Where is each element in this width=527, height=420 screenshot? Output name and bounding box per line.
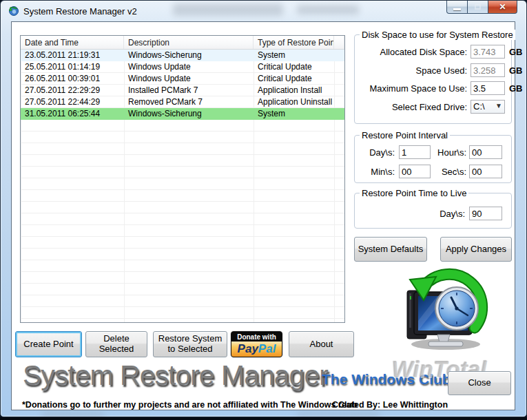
table-row[interactable]: 27.05.2011 22:44:29 Removed PCMark 7 App…	[21, 96, 344, 108]
interval-day-label: Day\s:	[359, 147, 395, 158]
max-space-input[interactable]	[471, 81, 505, 95]
cell-date: 31.05.2011 06:25:44	[21, 108, 124, 120]
app-icon	[8, 6, 19, 17]
delete-selected-button[interactable]: Delete Selected	[85, 331, 147, 357]
paypal-donate-label: Donate with	[231, 332, 282, 342]
table-row[interactable]: 26.05.2011 00:39:01 Windows Update Criti…	[21, 73, 344, 85]
column-header-description[interactable]: Description	[124, 36, 254, 49]
interval-hour-input[interactable]	[469, 145, 502, 159]
cell-type: Application Uninstall	[254, 96, 334, 108]
allocated-unit: GB	[509, 47, 523, 57]
group-interval-title: Restore Point Interval	[360, 130, 450, 140]
list-header: Date and Time Description Type of Restor…	[21, 36, 344, 50]
donations-footnote: *Donations go to further my projects and…	[22, 400, 358, 410]
interval-min-input[interactable]	[399, 165, 431, 178]
fixed-drive-select[interactable]: C:\ ▼	[471, 100, 505, 114]
maximize-icon	[475, 4, 481, 10]
cell-type: System	[254, 50, 334, 61]
created-by-credit: Created By: Lee Whittington	[332, 400, 448, 410]
create-point-button[interactable]: Create Point	[15, 331, 82, 357]
cell-description: Removed PCMark 7	[124, 96, 254, 108]
drive-label: Select Fixed Drive:	[355, 102, 467, 112]
titlebar[interactable]: System Restore Manager v2 ✕	[1, 1, 526, 21]
glass-reflection	[42, 412, 104, 417]
used-label: Space Used:	[355, 65, 467, 76]
cell-date: 23.05.2011 21:19:31	[21, 50, 124, 61]
app-title-banner: System Restore Manager	[23, 359, 328, 392]
close-window-button[interactable]: ✕	[488, 1, 517, 14]
window-title: System Restore Manager v2	[23, 6, 137, 17]
allocated-input	[471, 45, 505, 59]
cell-type: Critical Update	[254, 73, 334, 85]
ttl-day-label: Day\s:	[396, 209, 465, 219]
interval-min-label: Min\s:	[359, 167, 395, 177]
window-controls: ✕	[446, 1, 517, 14]
interval-sec-input[interactable]	[469, 165, 502, 178]
computer-clock-restore-graphic	[397, 264, 497, 354]
interval-day-input[interactable]	[399, 145, 431, 159]
cell-type: System	[254, 108, 334, 120]
cell-date: 25.05.2011 01:14:19	[21, 61, 124, 73]
maximize-button[interactable]	[468, 1, 488, 14]
cell-description: Windows Update	[124, 61, 254, 73]
group-ttl-title: Restore Point Time to Live	[360, 188, 468, 198]
cell-type: Critical Update	[254, 61, 334, 73]
cell-date: 27.05.2011 22:29:29	[21, 85, 124, 96]
cell-description: Windows-Sicherung	[124, 50, 254, 61]
minimize-button[interactable]	[446, 1, 468, 14]
ttl-day-input[interactable]	[469, 207, 502, 220]
table-row[interactable]: 23.05.2011 21:19:31 Windows-Sicherung Sy…	[21, 50, 344, 61]
cell-description: Windows Update	[124, 73, 254, 85]
glass-reflection	[173, 3, 283, 16]
close-icon: ✕	[499, 2, 506, 12]
glass-reflection	[297, 412, 380, 417]
about-button[interactable]: About	[289, 331, 354, 357]
column-header-date[interactable]: Date and Time	[21, 36, 124, 49]
close-button[interactable]: Close	[448, 371, 511, 395]
system-defaults-button[interactable]: System Defaults	[354, 237, 427, 262]
app-window: System Restore Manager v2 ✕ Date and Tim…	[0, 0, 527, 417]
column-header-filler	[334, 36, 344, 49]
max-space-label: Maximum Space to Use:	[355, 83, 467, 94]
allocated-label: Allocated Disk Space:	[355, 47, 467, 57]
used-input	[471, 63, 505, 77]
fixed-drive-value: C:\	[473, 101, 485, 112]
cell-type: Application Install	[254, 85, 334, 96]
glass-reflection	[297, 5, 359, 14]
max-space-unit: GB	[509, 83, 523, 94]
used-unit: GB	[509, 65, 523, 76]
column-header-type[interactable]: Type of Restore Point	[254, 36, 334, 49]
minimize-icon	[453, 8, 461, 10]
interval-sec-label: Sec\s:	[432, 167, 466, 177]
table-row-selected[interactable]: 31.05.2011 06:25:44 Windows-Sicherung Sy…	[21, 108, 344, 120]
restore-system-button[interactable]: Restore System to Selected	[153, 331, 227, 357]
cell-description: Windows-Sicherung	[124, 108, 254, 120]
cell-description: Installed PCMark 7	[124, 85, 254, 96]
cell-date: 27.05.2011 22:44:29	[21, 96, 124, 108]
group-disk-space: Disk Space to use for System Restore All…	[354, 34, 512, 124]
group-ttl: Restore Point Time to Live Day\s:	[354, 193, 512, 229]
chevron-down-icon: ▼	[495, 102, 502, 109]
apply-changes-button[interactable]: Apply Changes	[440, 237, 512, 262]
cell-date: 26.05.2011 00:39:01	[21, 73, 124, 85]
interval-hour-label: Hour\s:	[432, 147, 466, 158]
client-area: Date and Time Description Type of Restor…	[11, 21, 515, 410]
group-disk-space-title: Disk Space to use for System Restore	[360, 30, 515, 40]
paypal-donate-button[interactable]: Donate with PayPal	[231, 331, 282, 357]
table-row[interactable]: 25.05.2011 01:14:19 Windows Update Criti…	[21, 61, 344, 73]
restore-points-list[interactable]: Date and Time Description Type of Restor…	[20, 35, 345, 323]
paypal-logo: PayPal	[231, 342, 282, 357]
table-row[interactable]: 27.05.2011 22:29:29 Installed PCMark 7 A…	[21, 85, 344, 96]
list-body: 23.05.2011 21:19:31 Windows-Sicherung Sy…	[21, 50, 344, 322]
desktop-edge	[0, 417, 527, 420]
group-interval: Restore Point Interval Day\s: Hour\s: Mi…	[354, 135, 512, 183]
